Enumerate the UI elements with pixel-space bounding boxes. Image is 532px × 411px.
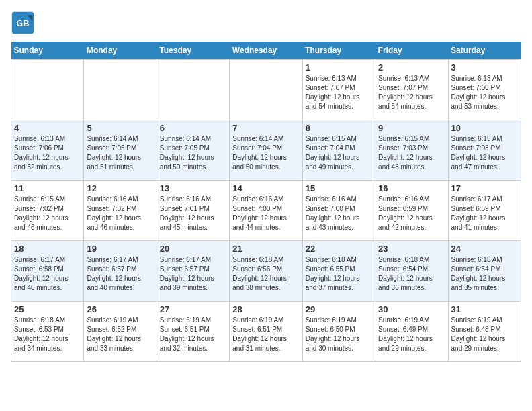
- page-header: GB: [11, 11, 521, 35]
- weekday-thursday: Thursday: [302, 42, 375, 60]
- calendar-cell: 27Sunrise: 6:19 AM Sunset: 6:51 PM Dayli…: [157, 302, 229, 362]
- day-number: 30: [378, 304, 445, 314]
- day-info: Sunrise: 6:13 AM Sunset: 7:07 PM Dayligh…: [306, 74, 372, 111]
- day-info: Sunrise: 6:13 AM Sunset: 7:06 PM Dayligh…: [14, 134, 81, 172]
- calendar-cell: 2Sunrise: 6:13 AM Sunset: 7:07 PM Daylig…: [375, 60, 448, 120]
- day-info: Sunrise: 6:16 AM Sunset: 6:59 PM Dayligh…: [378, 195, 445, 232]
- week-row-4: 18Sunrise: 6:17 AM Sunset: 6:58 PM Dayli…: [11, 241, 521, 302]
- weekday-sunday: Sunday: [11, 42, 84, 60]
- day-number: 16: [378, 183, 445, 193]
- calendar-cell: 19Sunrise: 6:17 AM Sunset: 6:57 PM Dayli…: [84, 241, 157, 302]
- calendar-cell: 25Sunrise: 6:18 AM Sunset: 6:53 PM Dayli…: [11, 302, 84, 362]
- day-number: 10: [451, 123, 518, 133]
- calendar-cell: [84, 60, 157, 120]
- day-number: 7: [232, 123, 299, 133]
- day-info: Sunrise: 6:15 AM Sunset: 7:04 PM Dayligh…: [306, 134, 372, 172]
- day-number: 17: [451, 183, 518, 193]
- day-info: Sunrise: 6:14 AM Sunset: 7:05 PM Dayligh…: [160, 134, 226, 172]
- weekday-friday: Friday: [375, 42, 448, 60]
- day-number: 3: [451, 62, 518, 73]
- week-row-5: 25Sunrise: 6:18 AM Sunset: 6:53 PM Dayli…: [11, 302, 521, 362]
- day-number: 4: [14, 123, 81, 133]
- day-info: Sunrise: 6:17 AM Sunset: 6:57 PM Dayligh…: [160, 255, 226, 293]
- day-number: 20: [160, 244, 226, 254]
- day-number: 13: [160, 183, 226, 193]
- day-info: Sunrise: 6:19 AM Sunset: 6:48 PM Dayligh…: [451, 316, 518, 353]
- day-number: 9: [378, 123, 445, 133]
- calendar-cell: 21Sunrise: 6:18 AM Sunset: 6:56 PM Dayli…: [230, 241, 302, 302]
- day-number: 12: [87, 183, 153, 193]
- day-info: Sunrise: 6:19 AM Sunset: 6:51 PM Dayligh…: [232, 316, 299, 353]
- calendar-cell: 23Sunrise: 6:18 AM Sunset: 6:54 PM Dayli…: [375, 241, 448, 302]
- calendar-cell: 16Sunrise: 6:16 AM Sunset: 6:59 PM Dayli…: [375, 181, 448, 241]
- week-row-1: 1Sunrise: 6:13 AM Sunset: 7:07 PM Daylig…: [11, 60, 521, 120]
- calendar-cell: 11Sunrise: 6:15 AM Sunset: 7:02 PM Dayli…: [11, 181, 84, 241]
- svg-text:GB: GB: [17, 19, 30, 28]
- day-info: Sunrise: 6:18 AM Sunset: 6:55 PM Dayligh…: [306, 255, 372, 293]
- day-number: 6: [160, 123, 226, 133]
- weekday-tuesday: Tuesday: [157, 42, 229, 60]
- day-info: Sunrise: 6:19 AM Sunset: 6:50 PM Dayligh…: [306, 316, 372, 353]
- day-number: 19: [87, 244, 153, 254]
- day-info: Sunrise: 6:15 AM Sunset: 7:03 PM Dayligh…: [451, 134, 518, 172]
- day-info: Sunrise: 6:19 AM Sunset: 6:49 PM Dayligh…: [378, 316, 445, 353]
- day-info: Sunrise: 6:15 AM Sunset: 7:03 PM Dayligh…: [378, 134, 445, 172]
- day-number: 8: [306, 123, 372, 133]
- day-info: Sunrise: 6:18 AM Sunset: 6:53 PM Dayligh…: [14, 316, 81, 353]
- day-info: Sunrise: 6:16 AM Sunset: 7:00 PM Dayligh…: [306, 195, 372, 232]
- calendar-table: SundayMondayTuesdayWednesdayThursdayFrid…: [11, 42, 521, 362]
- logo: GB: [11, 11, 38, 35]
- day-number: 11: [14, 183, 81, 193]
- day-info: Sunrise: 6:18 AM Sunset: 6:56 PM Dayligh…: [232, 255, 299, 293]
- weekday-monday: Monday: [84, 42, 157, 60]
- calendar-cell: [11, 60, 84, 120]
- calendar-cell: 22Sunrise: 6:18 AM Sunset: 6:55 PM Dayli…: [302, 241, 375, 302]
- calendar-cell: 15Sunrise: 6:16 AM Sunset: 7:00 PM Dayli…: [302, 181, 375, 241]
- calendar-cell: 28Sunrise: 6:19 AM Sunset: 6:51 PM Dayli…: [230, 302, 302, 362]
- day-number: 23: [378, 244, 445, 254]
- day-info: Sunrise: 6:16 AM Sunset: 7:01 PM Dayligh…: [160, 195, 226, 232]
- day-number: 22: [306, 244, 372, 254]
- day-info: Sunrise: 6:17 AM Sunset: 6:58 PM Dayligh…: [14, 255, 81, 293]
- day-info: Sunrise: 6:19 AM Sunset: 6:52 PM Dayligh…: [87, 316, 153, 353]
- calendar-cell: 1Sunrise: 6:13 AM Sunset: 7:07 PM Daylig…: [302, 60, 375, 120]
- calendar-cell: 14Sunrise: 6:16 AM Sunset: 7:00 PM Dayli…: [230, 181, 302, 241]
- calendar-cell: 10Sunrise: 6:15 AM Sunset: 7:03 PM Dayli…: [448, 120, 521, 181]
- day-info: Sunrise: 6:19 AM Sunset: 6:51 PM Dayligh…: [160, 316, 226, 353]
- calendar-cell: 26Sunrise: 6:19 AM Sunset: 6:52 PM Dayli…: [84, 302, 157, 362]
- day-info: Sunrise: 6:13 AM Sunset: 7:06 PM Dayligh…: [451, 74, 518, 111]
- week-row-2: 4Sunrise: 6:13 AM Sunset: 7:06 PM Daylig…: [11, 120, 521, 181]
- calendar-cell: 30Sunrise: 6:19 AM Sunset: 6:49 PM Dayli…: [375, 302, 448, 362]
- day-number: 29: [306, 304, 372, 314]
- calendar-cell: 24Sunrise: 6:18 AM Sunset: 6:54 PM Dayli…: [448, 241, 521, 302]
- day-number: 2: [378, 62, 445, 73]
- calendar-cell: 9Sunrise: 6:15 AM Sunset: 7:03 PM Daylig…: [375, 120, 448, 181]
- calendar-cell: 5Sunrise: 6:14 AM Sunset: 7:05 PM Daylig…: [84, 120, 157, 181]
- day-number: 28: [232, 304, 299, 314]
- day-number: 14: [232, 183, 299, 193]
- logo-icon: GB: [11, 11, 35, 35]
- calendar-cell: 18Sunrise: 6:17 AM Sunset: 6:58 PM Dayli…: [11, 241, 84, 302]
- calendar-cell: 31Sunrise: 6:19 AM Sunset: 6:48 PM Dayli…: [448, 302, 521, 362]
- day-info: Sunrise: 6:15 AM Sunset: 7:02 PM Dayligh…: [14, 195, 81, 232]
- calendar-cell: [230, 60, 302, 120]
- day-number: 18: [14, 244, 81, 254]
- day-number: 1: [306, 62, 372, 73]
- day-info: Sunrise: 6:18 AM Sunset: 6:54 PM Dayligh…: [451, 255, 518, 293]
- day-number: 21: [232, 244, 299, 254]
- calendar-cell: 3Sunrise: 6:13 AM Sunset: 7:06 PM Daylig…: [448, 60, 521, 120]
- day-number: 31: [451, 304, 518, 314]
- week-row-3: 11Sunrise: 6:15 AM Sunset: 7:02 PM Dayli…: [11, 181, 521, 241]
- day-info: Sunrise: 6:13 AM Sunset: 7:07 PM Dayligh…: [378, 74, 445, 111]
- day-number: 26: [87, 304, 153, 314]
- day-number: 27: [160, 304, 226, 314]
- day-info: Sunrise: 6:14 AM Sunset: 7:05 PM Dayligh…: [87, 134, 153, 172]
- day-info: Sunrise: 6:17 AM Sunset: 6:57 PM Dayligh…: [87, 255, 153, 293]
- day-number: 5: [87, 123, 153, 133]
- calendar-cell: 4Sunrise: 6:13 AM Sunset: 7:06 PM Daylig…: [11, 120, 84, 181]
- day-info: Sunrise: 6:16 AM Sunset: 7:00 PM Dayligh…: [232, 195, 299, 232]
- calendar-body: 1Sunrise: 6:13 AM Sunset: 7:07 PM Daylig…: [11, 60, 521, 362]
- day-number: 24: [451, 244, 518, 254]
- calendar-cell: 12Sunrise: 6:16 AM Sunset: 7:02 PM Dayli…: [84, 181, 157, 241]
- weekday-wednesday: Wednesday: [230, 42, 302, 60]
